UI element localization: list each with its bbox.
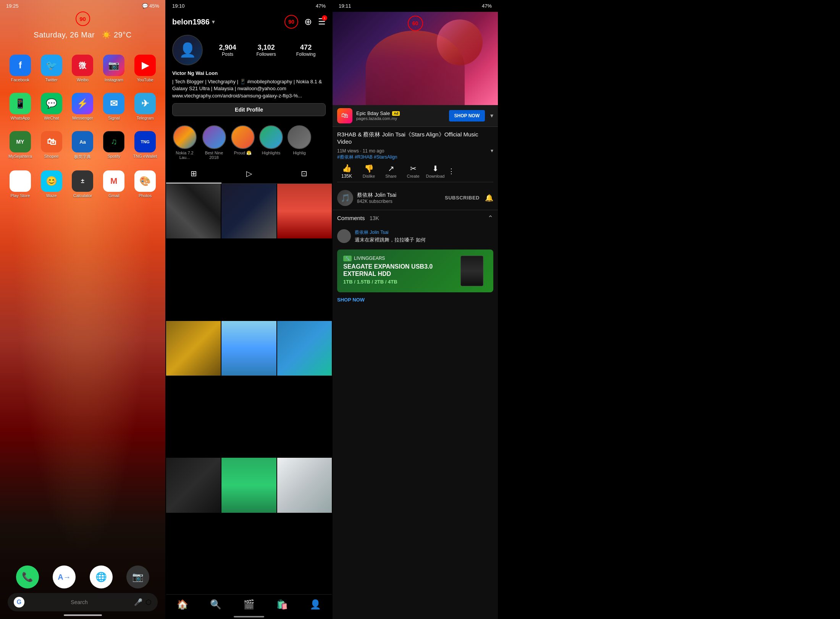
yt-shop-now-button[interactable]: SHOP NOW bbox=[449, 110, 485, 122]
app-whatsapp[interactable]: 📱 WhatsApp bbox=[6, 93, 34, 120]
ig-story-item-5[interactable]: Highlig bbox=[288, 125, 311, 160]
facebook-icon[interactable]: f bbox=[10, 55, 31, 76]
spotify-icon[interactable]: ♫ bbox=[103, 131, 124, 152]
app-facebook[interactable]: f Facebook bbox=[6, 55, 34, 82]
yt-share-action[interactable]: ↗ Share bbox=[381, 164, 401, 178]
app-photos[interactable]: 🎨 Photos bbox=[131, 170, 159, 198]
ig-story-item-4[interactable]: Highlights bbox=[259, 125, 283, 160]
ig-nav-reels[interactable]: 🎬 bbox=[243, 599, 255, 610]
yt-ad-chevron-icon[interactable]: ▾ bbox=[490, 112, 493, 119]
yt-create-icon[interactable]: ✂ bbox=[410, 164, 417, 173]
ig-grid-cell-4[interactable] bbox=[166, 321, 221, 376]
ig-story-circle-5[interactable] bbox=[288, 125, 311, 149]
gmail-icon[interactable]: M bbox=[103, 170, 124, 192]
ig-nav-home[interactable]: 🏠 bbox=[177, 599, 188, 610]
yt-share-icon[interactable]: ↗ bbox=[388, 164, 394, 173]
yt-create-action[interactable]: ✂ Create bbox=[404, 164, 423, 178]
dock-translate[interactable]: A→ bbox=[53, 566, 76, 588]
ig-story-item-1[interactable]: Nokia 7.2 Lau... bbox=[172, 125, 197, 160]
ig-story-circle-1[interactable] bbox=[173, 125, 197, 149]
app-tng[interactable]: TNG TNG eWallet bbox=[131, 131, 159, 160]
app-instagram[interactable]: 📷 Instagram bbox=[100, 55, 128, 82]
yt-like-icon[interactable]: 👍 bbox=[342, 164, 352, 173]
yt-more-icon[interactable]: ⋮ bbox=[448, 167, 455, 175]
wechat-icon[interactable]: 💬 bbox=[41, 93, 62, 114]
ig-menu-icon-wrapper[interactable]: ☰ 1 bbox=[318, 17, 326, 27]
yt-dislike-icon[interactable]: 👎 bbox=[364, 164, 374, 173]
shopee-icon[interactable]: 🛍 bbox=[41, 131, 62, 152]
yt-expand-icon[interactable]: ▾ bbox=[491, 147, 493, 154]
ig-posts-stat[interactable]: 2,904 Posts bbox=[219, 44, 236, 57]
ig-nav-search[interactable]: 🔍 bbox=[210, 599, 221, 610]
ig-grid-cell-6[interactable] bbox=[277, 321, 332, 376]
dict-icon[interactable]: Aa bbox=[72, 131, 93, 152]
app-signal[interactable]: ✉ Signal bbox=[100, 93, 128, 120]
translate-icon[interactable]: A→ bbox=[53, 566, 76, 588]
messenger-icon[interactable]: ⚡ bbox=[72, 93, 93, 114]
whatsapp-icon[interactable]: 📱 bbox=[10, 93, 31, 114]
yt-bell-icon[interactable]: 🔔 bbox=[485, 194, 493, 202]
ig-nav-profile[interactable]: 👤 bbox=[310, 599, 321, 610]
ig-grid-cell-9[interactable] bbox=[277, 458, 332, 512]
ig-grid-cell-8[interactable] bbox=[221, 458, 276, 512]
app-mysejahtera[interactable]: MY MySejahtera bbox=[6, 131, 34, 160]
ig-grid-cell-1[interactable] bbox=[166, 184, 221, 238]
waze-icon[interactable]: 😊 bbox=[41, 170, 62, 192]
ig-grid-cell-5[interactable] bbox=[221, 321, 276, 376]
playstore-icon[interactable]: ▶ bbox=[10, 170, 31, 192]
mysejahtera-icon[interactable]: MY bbox=[10, 131, 31, 152]
app-calculator[interactable]: ± Calculator bbox=[69, 170, 97, 198]
app-weibo[interactable]: 微 Weibo bbox=[69, 55, 97, 82]
app-youtube[interactable]: ▶ YouTube bbox=[131, 55, 159, 82]
ig-story-circle-3[interactable] bbox=[231, 125, 255, 149]
yt-channel-avatar[interactable]: 🎵 bbox=[337, 190, 353, 206]
lens-icon[interactable]: ⬡ bbox=[145, 598, 152, 606]
ig-story-item-2[interactable]: Best Nine 2018 bbox=[202, 125, 226, 160]
signal-icon[interactable]: ✉ bbox=[103, 93, 124, 114]
yt-shop-now-link[interactable]: SHOP NOW bbox=[337, 297, 493, 303]
ig-tab-grid[interactable]: ⊞ bbox=[166, 164, 221, 183]
yt-video-thumbnail[interactable]: 60 bbox=[333, 12, 498, 105]
yt-comments-expand-icon[interactable]: ⌃ bbox=[488, 214, 493, 222]
app-gmail[interactable]: M Gmail bbox=[100, 170, 128, 198]
telegram-icon[interactable]: ✈ bbox=[134, 93, 156, 114]
ig-grid-cell-7[interactable] bbox=[166, 458, 221, 512]
yt-like-action[interactable]: 👍 135K bbox=[337, 164, 356, 179]
app-waze[interactable]: 😊 Waze bbox=[37, 170, 66, 198]
ig-tab-reels[interactable]: ▷ bbox=[221, 164, 277, 183]
yt-download-icon[interactable]: ⬇ bbox=[432, 164, 439, 173]
app-telegram[interactable]: ✈ Telegram bbox=[131, 93, 159, 120]
app-wechat[interactable]: 💬 WeChat bbox=[37, 93, 66, 120]
yt-more-action[interactable]: ⋮ bbox=[448, 167, 455, 175]
weibo-icon[interactable]: 微 bbox=[72, 55, 93, 76]
ig-edit-profile-button[interactable]: Edit Profile bbox=[172, 103, 326, 116]
phone-icon[interactable]: 📞 bbox=[16, 566, 39, 588]
chrome-icon[interactable]: 🌐 bbox=[90, 566, 113, 588]
twitter-icon[interactable]: 🐦 bbox=[41, 55, 62, 76]
ig-nav-shop[interactable]: 🛍️ bbox=[276, 599, 288, 610]
dock-phone[interactable]: 📞 bbox=[16, 566, 39, 588]
ig-grid-cell-3[interactable] bbox=[277, 184, 332, 238]
ig-following-stat[interactable]: 472 Following bbox=[296, 44, 316, 57]
app-spotify[interactable]: ♫ Spotify bbox=[100, 131, 128, 160]
dock-chrome[interactable]: 🌐 bbox=[90, 566, 113, 588]
youtube-icon[interactable]: ▶ bbox=[134, 55, 156, 76]
dock-camera[interactable]: 📷 bbox=[126, 566, 149, 588]
tng-icon[interactable]: TNG bbox=[134, 131, 156, 152]
yt-dislike-action[interactable]: 👎 Dislike bbox=[359, 164, 378, 178]
app-shopee[interactable]: 🛍 Shopee bbox=[37, 131, 66, 160]
ig-grid-cell-2[interactable] bbox=[221, 184, 276, 238]
app-dict[interactable]: Aa 极简字典 bbox=[69, 131, 97, 160]
photos-icon[interactable]: 🎨 bbox=[134, 170, 156, 192]
yt-subscribed-button[interactable]: SUBSCRIBED bbox=[445, 195, 480, 201]
ig-followers-stat[interactable]: 3,102 Followers bbox=[256, 44, 276, 57]
mic-icon[interactable]: 🎤 bbox=[134, 598, 142, 606]
app-messenger[interactable]: ⚡ Messenger bbox=[69, 93, 97, 120]
ig-add-icon[interactable]: ⊕ bbox=[304, 16, 312, 27]
calculator-icon[interactable]: ± bbox=[72, 170, 93, 192]
ig-tab-tagged[interactable]: ⊡ bbox=[276, 164, 332, 183]
ig-story-circle-4[interactable] bbox=[259, 125, 283, 149]
app-playstore[interactable]: ▶ Play Store bbox=[6, 170, 34, 198]
google-search-bar[interactable]: G Search 🎤 ⬡ bbox=[8, 593, 158, 611]
yt-download-action[interactable]: ⬇ Download bbox=[426, 164, 445, 178]
